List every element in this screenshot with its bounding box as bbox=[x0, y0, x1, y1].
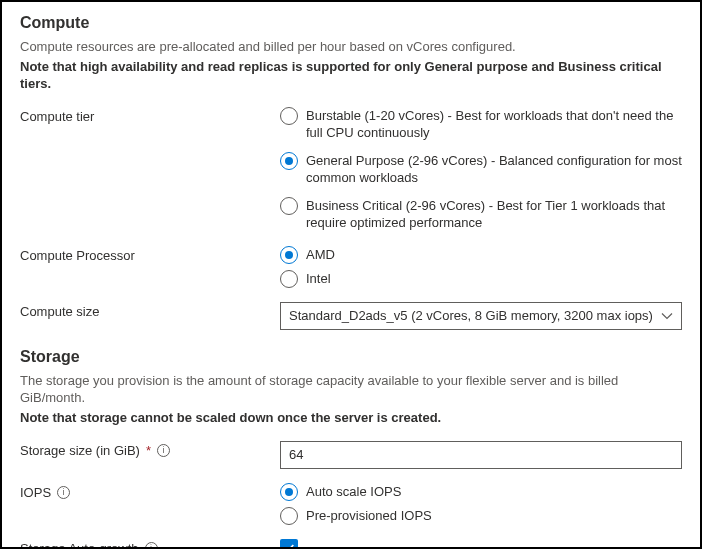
compute-processor-row: Compute Processor AMD Intel bbox=[20, 246, 682, 288]
storage-size-label-text: Storage size (in GiB) bbox=[20, 443, 140, 458]
autogrowth-label-text: Storage Auto-growth bbox=[20, 541, 139, 549]
iops-options: Auto scale IOPS Pre-provisioned IOPS bbox=[280, 483, 682, 525]
processor-option-amd[interactable]: AMD bbox=[280, 246, 682, 264]
radio-icon bbox=[280, 270, 298, 288]
required-asterisk: * bbox=[146, 443, 151, 458]
autogrowth-checkbox[interactable] bbox=[280, 539, 298, 549]
storage-size-row: Storage size (in GiB) * i bbox=[20, 441, 682, 469]
radio-icon bbox=[280, 152, 298, 170]
storage-note: Note that storage cannot be scaled down … bbox=[20, 409, 682, 427]
compute-size-select[interactable]: Standard_D2ads_v5 (2 vCores, 8 GiB memor… bbox=[280, 302, 682, 330]
storage-size-label: Storage size (in GiB) * i bbox=[20, 441, 280, 458]
storage-section: Storage The storage you provision is the… bbox=[20, 348, 682, 549]
iops-label: IOPS i bbox=[20, 483, 280, 500]
compute-size-value: Standard_D2ads_v5 (2 vCores, 8 GiB memor… bbox=[289, 308, 653, 323]
storage-description: The storage you provision is the amount … bbox=[20, 372, 682, 407]
iops-row: IOPS i Auto scale IOPS Pre-provisioned I… bbox=[20, 483, 682, 525]
radio-icon bbox=[280, 483, 298, 501]
processor-amd-text: AMD bbox=[306, 246, 335, 264]
radio-icon bbox=[280, 107, 298, 125]
compute-heading: Compute bbox=[20, 14, 682, 32]
processor-intel-text: Intel bbox=[306, 270, 331, 288]
tier-option-general[interactable]: General Purpose (2-96 vCores) - Balanced… bbox=[280, 152, 682, 187]
radio-icon bbox=[280, 246, 298, 264]
storage-size-input[interactable] bbox=[280, 441, 682, 469]
autogrowth-label: Storage Auto-growth i bbox=[20, 539, 280, 549]
radio-icon bbox=[280, 507, 298, 525]
chevron-down-icon bbox=[661, 310, 673, 322]
compute-size-label: Compute size bbox=[20, 302, 280, 319]
compute-processor-label: Compute Processor bbox=[20, 246, 280, 263]
radio-icon bbox=[280, 197, 298, 215]
compute-size-row: Compute size Standard_D2ads_v5 (2 vCores… bbox=[20, 302, 682, 330]
compute-tier-row: Compute tier Burstable (1-20 vCores) - B… bbox=[20, 107, 682, 232]
compute-note: Note that high availability and read rep… bbox=[20, 58, 682, 93]
iops-option-auto[interactable]: Auto scale IOPS bbox=[280, 483, 682, 501]
info-icon[interactable]: i bbox=[57, 486, 70, 499]
iops-pre-text: Pre-provisioned IOPS bbox=[306, 507, 432, 525]
compute-tier-options: Burstable (1-20 vCores) - Best for workl… bbox=[280, 107, 682, 232]
iops-option-pre[interactable]: Pre-provisioned IOPS bbox=[280, 507, 682, 525]
tier-burstable-text: Burstable (1-20 vCores) - Best for workl… bbox=[306, 107, 682, 142]
compute-description: Compute resources are pre-allocated and … bbox=[20, 38, 682, 56]
iops-label-text: IOPS bbox=[20, 485, 51, 500]
tier-option-burstable[interactable]: Burstable (1-20 vCores) - Best for workl… bbox=[280, 107, 682, 142]
tier-critical-text: Business Critical (2-96 vCores) - Best f… bbox=[306, 197, 682, 232]
info-icon[interactable]: i bbox=[145, 542, 158, 549]
processor-option-intel[interactable]: Intel bbox=[280, 270, 682, 288]
info-icon[interactable]: i bbox=[157, 444, 170, 457]
compute-storage-panel: Compute Compute resources are pre-alloca… bbox=[0, 0, 702, 549]
iops-auto-text: Auto scale IOPS bbox=[306, 483, 401, 501]
tier-general-text: General Purpose (2-96 vCores) - Balanced… bbox=[306, 152, 682, 187]
compute-tier-label: Compute tier bbox=[20, 107, 280, 124]
tier-option-critical[interactable]: Business Critical (2-96 vCores) - Best f… bbox=[280, 197, 682, 232]
storage-heading: Storage bbox=[20, 348, 682, 366]
autogrowth-row: Storage Auto-growth i bbox=[20, 539, 682, 549]
compute-processor-options: AMD Intel bbox=[280, 246, 682, 288]
